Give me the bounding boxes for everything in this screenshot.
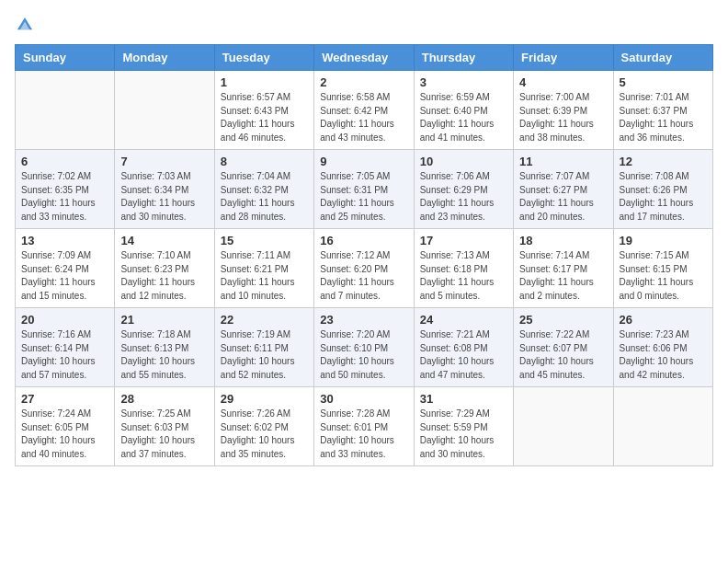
day-number: 6 (21, 155, 108, 168)
day-info: Sunrise: 7:21 AM Sunset: 6:08 PM Dayligh… (420, 328, 507, 382)
weekday-header-wednesday: Wednesday (314, 45, 414, 71)
calendar-day: 15Sunrise: 7:11 AM Sunset: 6:21 PM Dayli… (214, 229, 313, 308)
day-info: Sunrise: 7:15 AM Sunset: 6:15 PM Dayligh… (620, 249, 707, 303)
day-info: Sunrise: 7:11 AM Sunset: 6:21 PM Dayligh… (221, 249, 308, 303)
day-number: 26 (620, 313, 707, 327)
calendar-day: 31Sunrise: 7:29 AM Sunset: 5:59 PM Dayli… (414, 387, 513, 466)
day-number: 30 (320, 392, 407, 406)
calendar-day: 8Sunrise: 7:04 AM Sunset: 6:32 PM Daylig… (214, 150, 313, 229)
calendar-day (613, 387, 712, 466)
calendar-day: 21Sunrise: 7:18 AM Sunset: 6:13 PM Dayli… (115, 308, 214, 387)
day-info: Sunrise: 7:00 AM Sunset: 6:39 PM Dayligh… (519, 91, 607, 144)
day-number: 20 (21, 313, 108, 327)
calendar-day: 13Sunrise: 7:09 AM Sunset: 6:24 PM Dayli… (16, 229, 115, 308)
calendar-day: 9Sunrise: 7:05 AM Sunset: 6:31 PM Daylig… (314, 150, 414, 229)
calendar-day: 4Sunrise: 7:00 AM Sunset: 6:39 PM Daylig… (514, 71, 613, 150)
logo-icon (15, 15, 35, 35)
day-number: 18 (519, 234, 607, 247)
weekday-header-monday: Monday (115, 45, 214, 71)
calendar-day: 16Sunrise: 7:12 AM Sunset: 6:20 PM Dayli… (314, 229, 414, 308)
day-info: Sunrise: 7:23 AM Sunset: 6:06 PM Dayligh… (620, 328, 707, 382)
calendar-day: 22Sunrise: 7:19 AM Sunset: 6:11 PM Dayli… (214, 308, 313, 387)
calendar-day: 1Sunrise: 6:57 AM Sunset: 6:43 PM Daylig… (214, 71, 313, 150)
day-number: 8 (221, 155, 308, 168)
day-info: Sunrise: 7:26 AM Sunset: 6:02 PM Dayligh… (221, 408, 308, 461)
day-info: Sunrise: 7:14 AM Sunset: 6:17 PM Dayligh… (519, 249, 607, 303)
calendar-day: 17Sunrise: 7:13 AM Sunset: 6:18 PM Dayli… (414, 229, 513, 308)
calendar-day: 12Sunrise: 7:08 AM Sunset: 6:26 PM Dayli… (613, 150, 712, 229)
calendar-day: 23Sunrise: 7:20 AM Sunset: 6:10 PM Dayli… (314, 308, 414, 387)
day-info: Sunrise: 6:58 AM Sunset: 6:42 PM Dayligh… (320, 91, 407, 144)
day-info: Sunrise: 7:13 AM Sunset: 6:18 PM Dayligh… (420, 249, 507, 303)
calendar-day (514, 387, 613, 466)
weekday-header-row: SundayMondayTuesdayWednesdayThursdayFrid… (16, 45, 713, 71)
calendar-day: 25Sunrise: 7:22 AM Sunset: 6:07 PM Dayli… (514, 308, 613, 387)
day-number: 28 (120, 392, 208, 406)
day-info: Sunrise: 7:09 AM Sunset: 6:24 PM Dayligh… (21, 249, 108, 303)
calendar-week-5: 27Sunrise: 7:24 AM Sunset: 6:05 PM Dayli… (16, 387, 713, 466)
day-number: 24 (420, 313, 507, 327)
calendar-day: 19Sunrise: 7:15 AM Sunset: 6:15 PM Dayli… (613, 229, 712, 308)
day-number: 5 (620, 75, 707, 89)
day-info: Sunrise: 7:28 AM Sunset: 6:01 PM Dayligh… (320, 408, 407, 461)
day-number: 22 (221, 313, 308, 327)
day-number: 7 (120, 155, 208, 168)
day-info: Sunrise: 7:06 AM Sunset: 6:29 PM Dayligh… (420, 170, 507, 224)
day-number: 2 (320, 75, 407, 89)
day-number: 1 (221, 75, 308, 89)
calendar-day: 28Sunrise: 7:25 AM Sunset: 6:03 PM Dayli… (115, 387, 214, 466)
calendar-week-3: 13Sunrise: 7:09 AM Sunset: 6:24 PM Dayli… (16, 229, 713, 308)
day-info: Sunrise: 7:22 AM Sunset: 6:07 PM Dayligh… (519, 328, 607, 382)
weekday-header-tuesday: Tuesday (214, 45, 313, 71)
calendar-week-4: 20Sunrise: 7:16 AM Sunset: 6:14 PM Dayli… (16, 308, 713, 387)
day-info: Sunrise: 7:16 AM Sunset: 6:14 PM Dayligh… (21, 328, 108, 382)
day-number: 3 (420, 75, 507, 89)
calendar-day: 14Sunrise: 7:10 AM Sunset: 6:23 PM Dayli… (115, 229, 214, 308)
day-info: Sunrise: 7:12 AM Sunset: 6:20 PM Dayligh… (320, 249, 407, 303)
calendar-day: 20Sunrise: 7:16 AM Sunset: 6:14 PM Dayli… (16, 308, 115, 387)
day-info: Sunrise: 7:25 AM Sunset: 6:03 PM Dayligh… (120, 408, 208, 461)
day-info: Sunrise: 7:01 AM Sunset: 6:37 PM Dayligh… (620, 91, 707, 144)
day-info: Sunrise: 7:02 AM Sunset: 6:35 PM Dayligh… (21, 170, 108, 224)
calendar-week-1: 1Sunrise: 6:57 AM Sunset: 6:43 PM Daylig… (16, 71, 713, 150)
day-info: Sunrise: 7:29 AM Sunset: 5:59 PM Dayligh… (420, 408, 507, 461)
weekday-header-sunday: Sunday (16, 45, 115, 71)
day-info: Sunrise: 7:20 AM Sunset: 6:10 PM Dayligh… (320, 328, 407, 382)
day-number: 16 (320, 234, 407, 247)
weekday-header-thursday: Thursday (414, 45, 513, 71)
day-number: 21 (120, 313, 208, 327)
day-info: Sunrise: 7:24 AM Sunset: 6:05 PM Dayligh… (21, 408, 108, 461)
day-number: 15 (221, 234, 308, 247)
day-info: Sunrise: 7:19 AM Sunset: 6:11 PM Dayligh… (221, 328, 308, 382)
day-number: 11 (519, 155, 607, 168)
calendar-day: 29Sunrise: 7:26 AM Sunset: 6:02 PM Dayli… (214, 387, 313, 466)
calendar-day: 5Sunrise: 7:01 AM Sunset: 6:37 PM Daylig… (613, 71, 712, 150)
day-number: 27 (21, 392, 108, 406)
calendar-day: 7Sunrise: 7:03 AM Sunset: 6:34 PM Daylig… (115, 150, 214, 229)
header (15, 15, 713, 35)
day-number: 4 (519, 75, 607, 89)
calendar-day: 18Sunrise: 7:14 AM Sunset: 6:17 PM Dayli… (514, 229, 613, 308)
day-info: Sunrise: 7:18 AM Sunset: 6:13 PM Dayligh… (120, 328, 208, 382)
calendar-day: 30Sunrise: 7:28 AM Sunset: 6:01 PM Dayli… (314, 387, 414, 466)
calendar-day: 24Sunrise: 7:21 AM Sunset: 6:08 PM Dayli… (414, 308, 513, 387)
day-number: 12 (620, 155, 707, 168)
day-info: Sunrise: 6:57 AM Sunset: 6:43 PM Dayligh… (221, 91, 308, 144)
calendar-table: SundayMondayTuesdayWednesdayThursdayFrid… (15, 44, 713, 466)
calendar-day: 27Sunrise: 7:24 AM Sunset: 6:05 PM Dayli… (16, 387, 115, 466)
calendar-day: 11Sunrise: 7:07 AM Sunset: 6:27 PM Dayli… (514, 150, 613, 229)
calendar-day: 10Sunrise: 7:06 AM Sunset: 6:29 PM Dayli… (414, 150, 513, 229)
weekday-header-friday: Friday (514, 45, 613, 71)
day-info: Sunrise: 7:05 AM Sunset: 6:31 PM Dayligh… (320, 170, 407, 224)
calendar-day: 26Sunrise: 7:23 AM Sunset: 6:06 PM Dayli… (613, 308, 712, 387)
day-info: Sunrise: 7:10 AM Sunset: 6:23 PM Dayligh… (120, 249, 208, 303)
calendar-day: 2Sunrise: 6:58 AM Sunset: 6:42 PM Daylig… (314, 71, 414, 150)
weekday-header-saturday: Saturday (613, 45, 712, 71)
day-number: 25 (519, 313, 607, 327)
day-number: 9 (320, 155, 407, 168)
day-number: 31 (420, 392, 507, 406)
day-info: Sunrise: 7:08 AM Sunset: 6:26 PM Dayligh… (620, 170, 707, 224)
day-info: Sunrise: 7:03 AM Sunset: 6:34 PM Dayligh… (120, 170, 208, 224)
day-number: 14 (120, 234, 208, 247)
calendar-day (16, 71, 115, 150)
